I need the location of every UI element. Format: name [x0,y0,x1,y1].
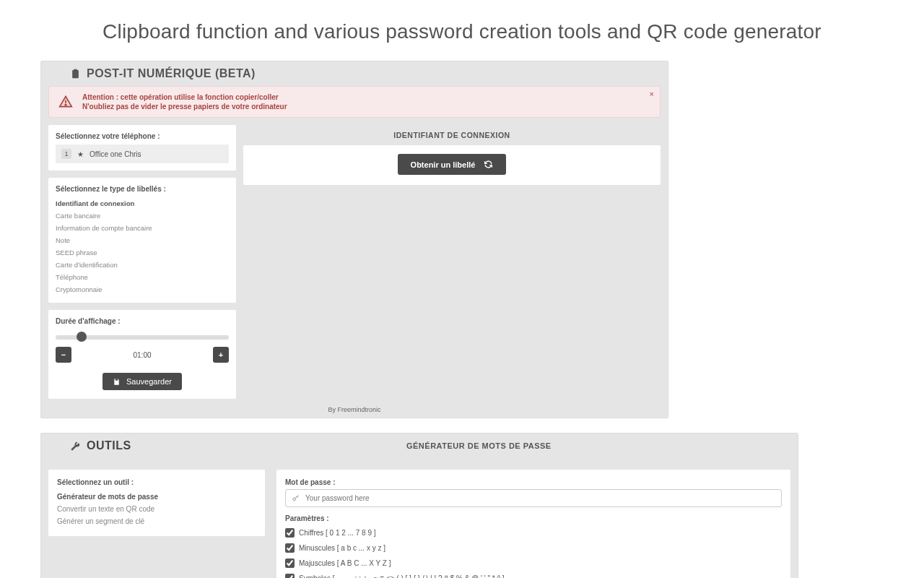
postit-header-label: POST-IT NUMÉRIQUE (BETA) [87,67,256,80]
type-select-card: Sélectionnez le type de libellés : Ident… [48,178,236,303]
page-title: Clipboard function and various password … [0,20,924,43]
right-section-title: IDENTIFIANT DE CONNEXION [243,125,661,145]
phone-select-label: Sélectionnez votre téléphone : [56,132,229,140]
svg-rect-4 [116,379,118,380]
key-icon [292,494,300,502]
postit-header: POST-IT NUMÉRIQUE (BETA) [41,61,668,86]
password-input[interactable] [305,494,775,502]
close-icon[interactable]: × [650,90,654,98]
type-item-seed[interactable]: SEED phrase [56,246,229,259]
star-icon: ★ [77,150,84,158]
tools-header-label: OUTILS [87,439,131,452]
alert-line2: N'oubliez pas de vider le presse papiers… [82,102,287,111]
duration-plus-button[interactable]: + [213,347,229,363]
refresh-icon [484,160,493,169]
phone-name: Office one Chris [90,150,141,158]
svg-point-3 [65,104,66,105]
tools-panel: OUTILS GÉNÉRATEUR DE MOTS DE PASSE Sélec… [40,433,798,578]
postit-panel: POST-IT NUMÉRIQUE (BETA) Attention : cet… [40,61,668,418]
param-digits[interactable]: Chiffres [ 0 1 2 ... 7 8 9 ] [285,525,782,540]
duration-slider[interactable] [56,335,229,340]
duration-label: Durée d'affichage : [56,317,229,325]
password-input-wrapper [285,489,782,507]
slider-thumb[interactable] [77,332,87,342]
duration-card: Durée d'affichage : − 01:00 + Sauvegarde… [48,310,236,399]
password-generator-card: Mot de passe : Paramètres : Chiffres [ 0… [276,470,790,578]
param-uppercase[interactable]: Majuscules [ A B C ... X Y Z ] [285,556,782,571]
get-label-card: Obtenir un libellé [243,145,661,185]
checkbox-lowercase[interactable] [285,543,295,553]
save-button[interactable]: Sauvegarder [103,373,182,390]
type-select-label: Sélectionnez le type de libellés : [56,185,229,193]
type-item-crypto[interactable]: Cryptomonnaie [56,283,229,296]
svg-rect-0 [72,69,79,77]
tool-item-qrcode[interactable]: Convertir un texte en QR code [57,503,256,515]
svg-point-5 [293,498,296,501]
param-symbols[interactable]: Symboles [ _ - . , : ; + - ~ = <> ( ) [ … [285,571,782,578]
get-label-button-text: Obtenir un libellé [411,160,476,169]
get-label-button[interactable]: Obtenir un libellé [398,154,507,175]
phone-item[interactable]: 1 ★ Office one Chris [56,144,229,163]
checkbox-digits[interactable] [285,528,295,538]
param-lowercase-label: Minuscules [ a b c ... x y z ] [299,544,385,552]
tool-select-label: Sélectionnez un outil : [57,478,256,486]
tool-select-card: Sélectionnez un outil : Générateur de mo… [48,470,265,536]
param-uppercase-label: Majuscules [ A B C ... X Y Z ] [299,559,391,567]
params-label: Paramètres : [285,514,782,522]
svg-rect-1 [74,69,77,71]
panel-footer: By Freemindtronic [41,403,668,418]
duration-value: 01:00 [133,351,151,359]
param-digits-label: Chiffres [ 0 1 2 ... 7 8 9 ] [299,529,376,537]
type-item-phone[interactable]: Téléphone [56,271,229,283]
type-item-card[interactable]: Carte bancaire [56,210,229,222]
duration-minus-button[interactable]: − [56,347,71,363]
type-item-note[interactable]: Note [56,234,229,246]
phone-select-card: Sélectionnez votre téléphone : 1 ★ Offic… [48,125,236,171]
tools-header: OUTILS [41,434,160,458]
tool-item-pwgen[interactable]: Générateur de mots de passe [57,491,256,503]
warning-icon [58,94,74,110]
phone-index-badge: 1 [61,149,71,159]
type-item-idcard[interactable]: Carte d'identification [56,259,229,271]
clipboard-warning-alert: Attention : cette opération utilise la f… [48,86,661,118]
wrench-icon [70,441,81,452]
tools-right-title: GÉNÉRATEUR DE MOTS DE PASSE [160,441,798,450]
param-symbols-label: Symboles [ _ - . , : ; + - ~ = <> ( ) [ … [299,574,505,578]
clipboard-icon [70,69,81,79]
type-item-bank[interactable]: Information de compte bancaire [56,222,229,234]
type-item-login[interactable]: Identifiant de connexion [56,197,229,210]
checkbox-symbols[interactable] [285,574,295,578]
param-lowercase[interactable]: Minuscules [ a b c ... x y z ] [285,540,782,556]
checkbox-uppercase[interactable] [285,558,295,568]
save-icon [113,378,121,386]
password-field-label: Mot de passe : [285,478,782,486]
alert-line1: Attention : cette opération utilise la f… [82,92,287,102]
save-button-label: Sauvegarder [126,377,172,386]
tool-item-keyseg[interactable]: Générer un segment de clé [57,515,256,527]
